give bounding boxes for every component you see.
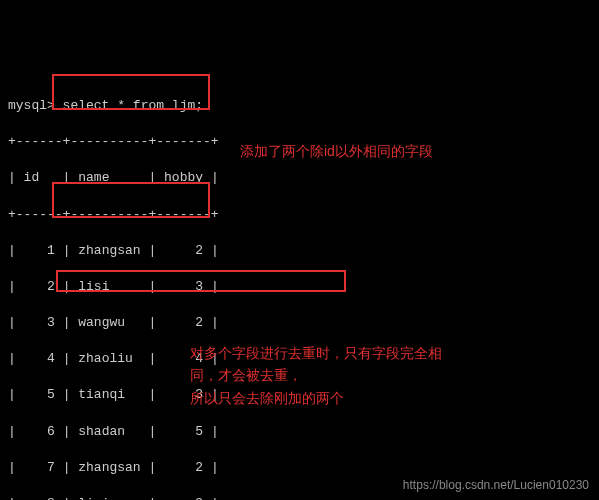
annotation-note-1: 添加了两个除id以外相同的字段 xyxy=(240,140,433,162)
table-row: | 6 | shadan | 5 | xyxy=(8,423,591,441)
table-header-row: | id | name | hobby | xyxy=(8,169,591,187)
table-row: | 7 | zhangsan | 2 | xyxy=(8,459,591,477)
annotation-note-2: 对多个字段进行去重时，只有字段完全相 同，才会被去重， 所以只会去除刚加的两个 xyxy=(190,342,570,409)
table-row: | 2 | lisi | 3 | xyxy=(8,278,591,296)
query-line: mysql> select * from ljm; xyxy=(8,97,591,115)
table-border: +------+----------+-------+ xyxy=(8,206,591,224)
watermark-text: https://blog.csdn.net/Lucien010230 xyxy=(403,477,589,494)
table-row: | 8 | lisi | 3 | xyxy=(8,495,591,500)
table-row: | 3 | wangwu | 2 | xyxy=(8,314,591,332)
table-row: | 1 | zhangsan | 2 | xyxy=(8,242,591,260)
